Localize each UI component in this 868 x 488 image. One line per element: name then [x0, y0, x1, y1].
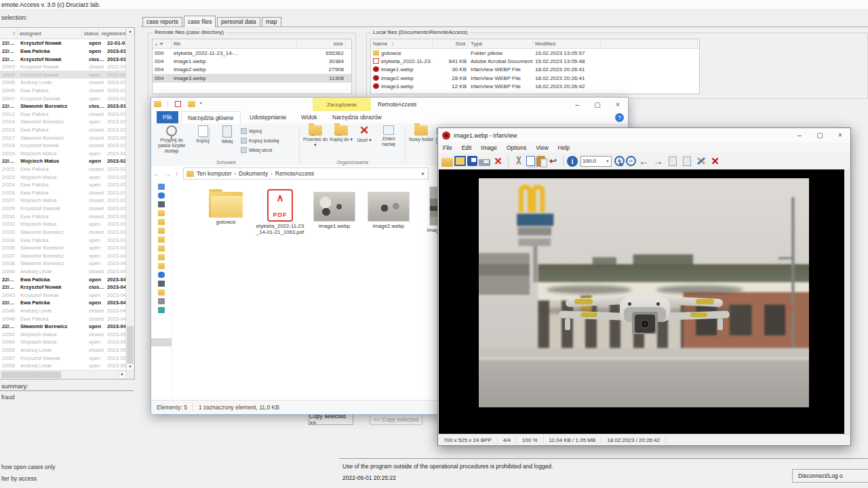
local-col-modified[interactable]: Modified [533, 39, 601, 48]
app-tab[interactable]: personal data [217, 17, 260, 26]
case-row[interactable]: 22/… Ewa Palicka open 2023-04… [0, 275, 126, 283]
forward-icon[interactable]: → [164, 170, 171, 178]
folder-icon[interactable] [158, 254, 165, 260]
scroll-up-icon[interactable]: ▲ [126, 28, 134, 35]
ribbon-tab[interactable]: Widok [295, 111, 323, 123]
case-row[interactable]: 2/029 Krzysztof Dworak closed 2023-03-12 [0, 205, 126, 213]
disconnect-button[interactable]: Disconnect/Log o [792, 469, 868, 483]
menu-item[interactable]: File [438, 144, 457, 151]
close-button[interactable]: × [608, 98, 628, 111]
file-item[interactable]: image2.webp [364, 192, 413, 230]
irfanview-titlebar[interactable]: image1.webp - IrfanView – ▢ × [438, 128, 850, 142]
back-icon[interactable]: ← [153, 170, 160, 178]
remote-col-size[interactable]: size [297, 39, 346, 48]
case-row[interactable]: 2/026 Ewa Palicka closed 2023-03-03 [0, 189, 126, 197]
app-tab[interactable]: case reports [142, 17, 182, 26]
folder-icon[interactable] [158, 245, 165, 251]
case-row[interactable]: 2/006 Ewa Palicka closed 2023-01-22 [0, 87, 126, 95]
breadcrumb-mid[interactable]: Dokumenty [239, 170, 268, 177]
remote-file-row[interactable]: 000 etykieta_2022-11-23_14-… 655362 [153, 49, 351, 57]
case-row[interactable]: 2/054 Wojciech Matus open 2023-05-11 [0, 338, 126, 346]
delete-button[interactable]: ✕ Usuń ▾ [355, 125, 374, 143]
ribbon-small-button[interactable]: Kopiuj ścieżkę [241, 136, 279, 145]
undo-icon[interactable]: ↩ [547, 155, 559, 167]
ribbon-small-button[interactable]: Wytnij [241, 126, 279, 136]
help-icon[interactable]: ? [615, 113, 624, 122]
file-item[interactable]: image1.webp [310, 192, 359, 230]
manage-tab[interactable]: Zarządzanie [313, 98, 371, 111]
case-row[interactable]: 22/… Krzysztof Nowak open 22-01-03 [0, 39, 126, 47]
copy-icon[interactable] [526, 156, 535, 166]
menu-item[interactable]: Options [502, 144, 531, 151]
chevron-down-icon[interactable]: ▾ [200, 101, 202, 105]
case-row[interactable]: 2/004 Krzysztof Nowak open 2022-01-09 [0, 70, 126, 79]
menu-item[interactable]: Image [476, 144, 502, 151]
case-table-hscrollbar[interactable]: ► [0, 370, 126, 379]
file-item[interactable]: gotowce [201, 192, 250, 226]
new-folder-button[interactable]: Nowy folder [409, 125, 433, 142]
exit-icon[interactable]: ✕ [709, 155, 722, 167]
vscroll-thumb[interactable] [127, 326, 134, 367]
case-row[interactable]: 2/038 Sławomir Borewicz open 2023-04-03 [0, 260, 126, 268]
copy-selected-left-button[interactable]: << Copy selected [370, 414, 422, 425]
maximize-button[interactable]: ▢ [587, 98, 608, 111]
paste-icon[interactable] [536, 156, 545, 167]
remote-col-num[interactable]: ▲ [153, 39, 172, 48]
drive-icon[interactable] [158, 298, 165, 304]
onedrive-icon[interactable] [158, 192, 165, 199]
folder-icon[interactable] [158, 263, 165, 269]
case-row[interactable]: 2/007 Krzysztof Dworak open 2023-01-23 [0, 94, 126, 102]
this-pc-icon[interactable] [158, 201, 165, 207]
minimize-button[interactable]: – [789, 128, 810, 142]
ribbon-tab[interactable]: Plik [157, 111, 178, 123]
gotowce[interactable]: gotowce Folder plików 15.02.2023 13:05:5… [371, 49, 699, 57]
case-row[interactable]: 2/005 Andrzej Linde closed 2023-01-16 [0, 79, 126, 87]
case-row[interactable]: 2/058 Andrzej Linde open 2023-05-22 [0, 362, 126, 370]
case-row[interactable]: 2/019 Wojciech Matus open 2023-02-12 [0, 150, 126, 158]
file-item[interactable]: etykieta_2022-11-23_14-01-21_1063.pdf [256, 189, 304, 236]
case-row[interactable]: 2/030 Ewa Palicka closed 2023-03-14 [0, 212, 126, 220]
info-icon[interactable]: i [567, 156, 578, 167]
maximize-button[interactable]: ▢ [810, 128, 830, 142]
folder-icon[interactable] [158, 237, 165, 243]
case-row[interactable]: 2/037 Sławomir Borewicz open 2023-04-01 [0, 251, 126, 260]
col-header-status[interactable]: status [82, 28, 100, 39]
minimize-button[interactable]: – [567, 98, 587, 111]
up-icon[interactable]: ↑ [175, 170, 178, 178]
zoom-out-icon[interactable]: − [626, 156, 636, 166]
remote-file-row[interactable]: 004 image3.webp 11308 [153, 74, 351, 82]
folder-icon[interactable] [158, 219, 165, 225]
case-row[interactable]: 2/057 Krzysztof Dworak open 2023-05-17 [0, 354, 126, 362]
app-tab[interactable]: map [262, 17, 281, 26]
filter-by-access-checkbox[interactable]: lter by access [1, 475, 37, 482]
copy-selected-right-button[interactable]: Copy selected >> [309, 414, 353, 425]
case-row[interactable]: 2/040 Andrzej Linde closed 2023-04-11 [0, 268, 126, 276]
case-row[interactable]: 22/… Wojciech Matus open 2023-02… [0, 157, 126, 165]
thumbnails-icon[interactable] [454, 156, 466, 166]
case-row[interactable]: 22/… Ewa Palicka open 2023-01… [0, 47, 126, 56]
local-col-extra[interactable] [601, 39, 698, 48]
ribbon-tab[interactable]: Narzędzia główne [181, 111, 241, 123]
image3.webp[interactable]: image3.webp 12 KB IrfanView WEBP File 18… [371, 83, 699, 91]
first-page-icon[interactable] [669, 157, 677, 166]
case-row[interactable]: 2/033 Sławomir Borewicz closed 2023-03-2… [0, 228, 126, 237]
etykieta_2022-11-23…[interactable]: etykieta_2022-11-23… 641 KB Adobe Acroba… [371, 57, 699, 65]
copy-button[interactable]: Kopiuj [191, 125, 215, 144]
remote-file-row[interactable]: 004 image1.webp 30384 [153, 57, 351, 65]
scroll-right-icon[interactable]: ► [119, 371, 126, 379]
remote-file-row[interactable]: 004 image2.webp 27908 [153, 66, 351, 74]
case-row[interactable]: 2/032 Wojciech Matus open 2023-03-20 [0, 220, 126, 228]
show-open-cases-checkbox[interactable]: how open cases only [1, 464, 55, 470]
case-row[interactable]: 22/… Sławomir Borewicz open 2023-04… [0, 323, 126, 331]
case-row[interactable]: 2/017 Sławomir Borewicz closed 2023-02-0… [0, 134, 126, 142]
case-row[interactable]: 2/023 Wojciech Matus open 2023-02-26 [0, 173, 126, 181]
app-tab[interactable]: case files [184, 16, 216, 27]
case-row[interactable]: 22/… Sławomir Borewicz clos… 2023-01… [0, 102, 126, 110]
hscroll-thumb[interactable] [1, 371, 61, 378]
previous-image-icon[interactable]: ← [637, 155, 650, 167]
case-row[interactable]: 2/003 Krzysztof Nowak closed 2022-01-03 [0, 63, 126, 71]
case-row[interactable]: 2/035 Sławomir Borewicz open 2023-03-30 [0, 244, 126, 252]
image-canvas[interactable] [439, 169, 844, 434]
chevron-down-icon[interactable]: ▼ [420, 171, 425, 176]
case-row[interactable]: 2/027 Wojciech Matus closed 2023-03-08 [0, 197, 126, 205]
